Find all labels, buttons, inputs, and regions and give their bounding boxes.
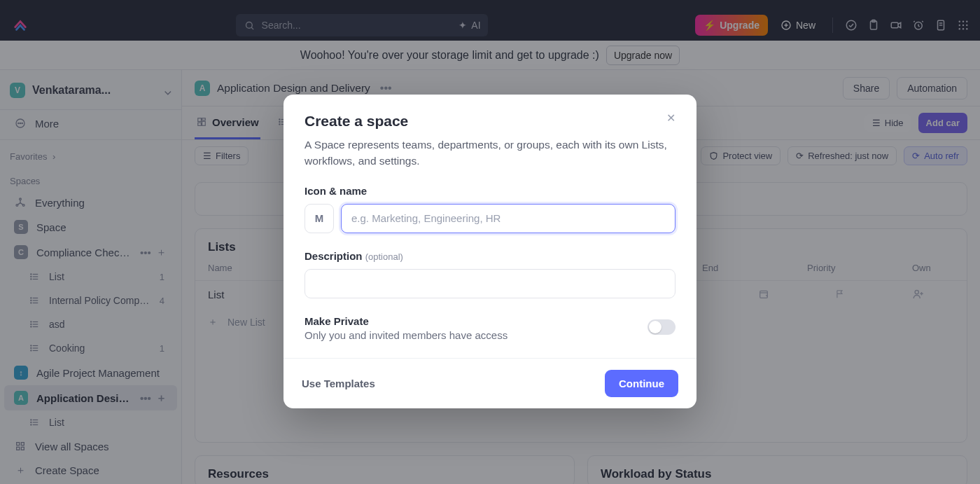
create-space-modal: ✕ Create a space A Space represents team… bbox=[284, 95, 696, 408]
modal-overlay[interactable]: ✕ Create a space A Space represents team… bbox=[0, 0, 980, 484]
modal-description: A Space represents teams, departments, o… bbox=[304, 137, 676, 170]
private-toggle[interactable] bbox=[648, 319, 676, 335]
make-private-subtext: Only you and invited members have access bbox=[304, 329, 638, 341]
continue-button[interactable]: Continue bbox=[605, 370, 678, 397]
space-icon-picker[interactable]: M bbox=[304, 204, 334, 233]
description-label: Description (optional) bbox=[304, 250, 676, 262]
close-icon[interactable]: ✕ bbox=[666, 111, 676, 125]
modal-title: Create a space bbox=[304, 113, 676, 130]
make-private-label: Make Private bbox=[304, 315, 638, 327]
use-templates-link[interactable]: Use Templates bbox=[302, 378, 375, 389]
space-description-input[interactable] bbox=[304, 269, 676, 298]
space-name-input[interactable] bbox=[341, 204, 676, 233]
icon-name-label: Icon & name bbox=[304, 185, 676, 197]
